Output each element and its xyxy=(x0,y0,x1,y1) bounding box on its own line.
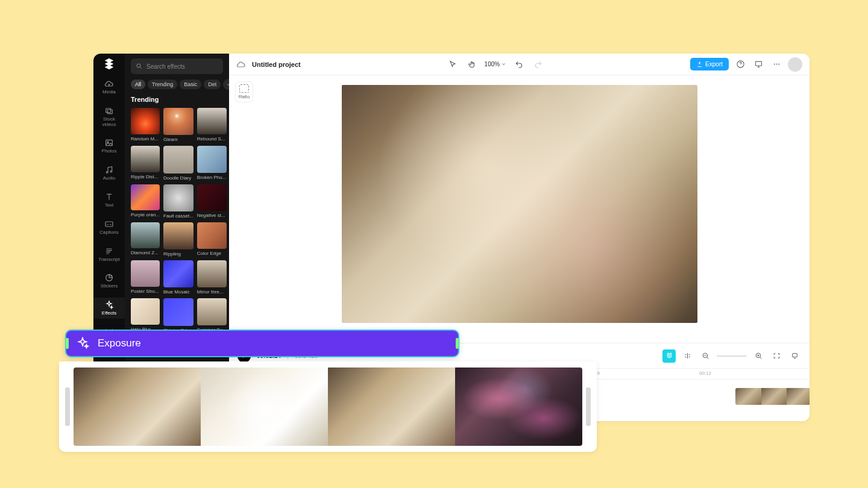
nav-label: Media xyxy=(102,90,116,95)
filter-basic[interactable]: Basic xyxy=(180,80,201,89)
effect-card[interactable]: Halo Blur xyxy=(131,298,160,333)
present-button[interactable] xyxy=(752,58,765,71)
frame-preview xyxy=(455,368,582,446)
effect-card[interactable]: Diamond Z... xyxy=(131,222,160,257)
svg-rect-2 xyxy=(106,140,113,146)
zoom-out-button[interactable] xyxy=(699,349,712,363)
svg-point-12 xyxy=(776,64,777,65)
filter-trending[interactable]: Trending xyxy=(148,80,177,89)
effect-card[interactable]: Ripple Dist... xyxy=(131,146,160,180)
zoom-value[interactable]: 100% xyxy=(485,61,507,67)
fit-button[interactable] xyxy=(770,349,783,363)
nav-label: Stock videos xyxy=(102,117,116,128)
svg-rect-16 xyxy=(792,354,797,357)
frame-preview xyxy=(74,368,201,446)
svg-point-13 xyxy=(778,64,779,65)
effect-thumbnail xyxy=(131,108,160,134)
effect-card[interactable]: Random M... xyxy=(131,108,160,142)
effect-card[interactable]: Blue Mosaic xyxy=(163,260,193,295)
effect-thumbnail xyxy=(163,184,193,211)
clip-handle-left[interactable] xyxy=(66,338,69,349)
effect-card[interactable]: Purple oran... xyxy=(131,184,160,219)
split-button[interactable] xyxy=(681,349,694,363)
effect-name: Rebound S... xyxy=(197,136,227,142)
effect-name: Broken Pho... xyxy=(197,175,227,180)
nav-stock-videos[interactable]: Stock videos xyxy=(93,104,125,130)
magnet-button[interactable] xyxy=(662,349,676,363)
nav-audio[interactable]: Audio xyxy=(93,163,125,184)
nav-label: Audio xyxy=(103,176,115,181)
effect-card[interactable]: Broken Pho... xyxy=(197,146,227,180)
strip-handle-left[interactable] xyxy=(65,387,70,426)
effect-card[interactable]: Summer Bu... xyxy=(197,298,227,333)
canvas-area: Ratio xyxy=(229,75,810,343)
zoom-in-button[interactable] xyxy=(752,349,765,363)
timeline-right-tools xyxy=(662,349,801,363)
svg-rect-0 xyxy=(106,108,111,113)
effect-card[interactable]: Doodle Diary xyxy=(163,146,193,180)
transcript-icon xyxy=(104,246,114,256)
hand-tool[interactable] xyxy=(465,58,479,71)
filter-row: All Trending Basic Det xyxy=(131,79,223,90)
ratio-tool[interactable]: Ratio xyxy=(235,81,253,102)
effect-name: Rippling xyxy=(163,251,193,257)
effect-name: Negative st... xyxy=(197,213,227,218)
section-title: Trending xyxy=(131,96,223,103)
app-logo[interactable] xyxy=(102,57,116,70)
nav-text[interactable]: Text xyxy=(93,190,125,211)
effect-name: Doodle Diary xyxy=(163,175,193,181)
effect-thumbnail xyxy=(197,108,227,134)
effect-thumbnail xyxy=(197,222,227,249)
strip-handle-right[interactable] xyxy=(586,387,591,426)
canvas-tools: 100% xyxy=(446,58,546,71)
effect-card[interactable]: Shining Edge xyxy=(163,298,193,333)
nav-stickers[interactable]: Stickers xyxy=(93,271,125,292)
more-button[interactable] xyxy=(770,58,783,71)
user-avatar[interactable] xyxy=(788,57,802,72)
nav-effects[interactable]: Effects xyxy=(93,298,125,319)
preview-image[interactable] xyxy=(342,85,697,323)
effect-thumbnail xyxy=(197,298,227,325)
effect-card[interactable]: Poster Stro... xyxy=(131,260,160,295)
nav-captions[interactable]: Captions xyxy=(93,217,125,238)
undo-button[interactable] xyxy=(512,58,526,71)
effect-card[interactable]: Color Edge xyxy=(197,222,227,257)
export-label: Export xyxy=(705,61,723,67)
redo-button[interactable] xyxy=(532,58,545,71)
fullscreen-button[interactable] xyxy=(788,349,801,363)
effect-thumbnail xyxy=(163,260,193,287)
filter-all[interactable]: All xyxy=(131,80,145,89)
filter-detail[interactable]: Det xyxy=(204,80,221,89)
cloud-icon xyxy=(236,60,246,69)
help-button[interactable] xyxy=(734,58,747,71)
zoom-slider[interactable] xyxy=(717,355,747,357)
effect-card[interactable]: Rippling xyxy=(163,222,193,257)
ratio-label: Ratio xyxy=(239,94,250,99)
effect-card[interactable]: Negative st... xyxy=(197,184,227,219)
effect-card[interactable]: Fault casset... xyxy=(163,184,193,219)
svg-rect-1 xyxy=(107,110,112,114)
nav-media[interactable]: Media xyxy=(93,77,125,98)
effect-card[interactable]: Gleam xyxy=(163,108,193,142)
effect-card[interactable]: Rebound S... xyxy=(197,108,227,142)
effects-grid: Random M...GleamRebound S...Ripple Dist.… xyxy=(131,108,223,333)
effect-clip-overlay[interactable]: Exposure xyxy=(65,330,459,357)
nav-photos[interactable]: Photos xyxy=(93,136,125,157)
filmstrip-frames[interactable] xyxy=(74,368,582,446)
effect-clip-label: Exposure xyxy=(98,337,141,349)
effect-name: Random M... xyxy=(131,136,160,142)
effect-name: Purple oran... xyxy=(131,212,160,217)
clip-handle-right[interactable] xyxy=(456,338,459,349)
nav-label: Photos xyxy=(102,149,117,154)
video-clip[interactable] xyxy=(735,388,810,405)
effect-card[interactable]: Mirror thre... xyxy=(197,260,227,295)
project-title[interactable]: Untitled project xyxy=(252,61,301,68)
search-input[interactable]: Search effects xyxy=(131,58,223,74)
nav-transcript[interactable]: Transcript xyxy=(93,244,125,265)
effect-thumbnail xyxy=(197,260,227,287)
effect-name: Poster Stro... xyxy=(131,289,160,294)
export-button[interactable]: Export xyxy=(690,58,729,70)
cursor-tool[interactable] xyxy=(446,58,459,71)
chevron-down-icon xyxy=(501,61,506,67)
filter-more[interactable] xyxy=(223,79,229,90)
